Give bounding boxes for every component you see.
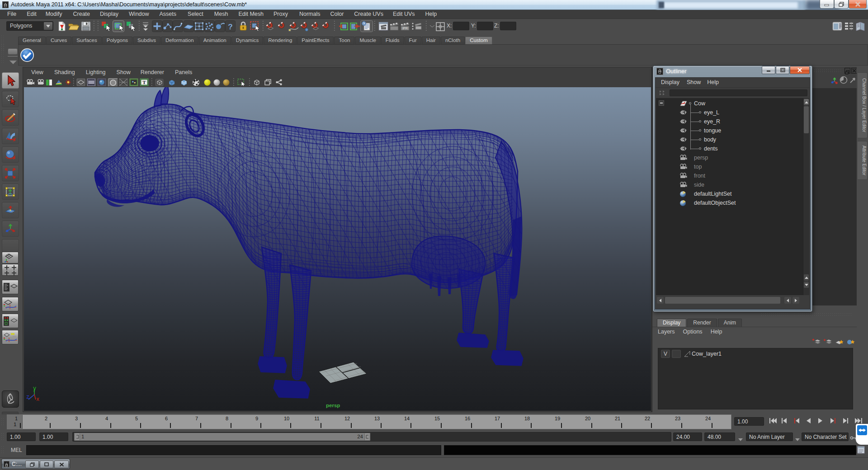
svg-text:x: x	[36, 396, 39, 403]
svg-text:?: ?	[228, 23, 233, 31]
svg-text:y: y	[33, 385, 36, 392]
svg-text:T: T	[142, 80, 146, 85]
svg-text:z: z	[26, 394, 29, 400]
svg-text:IPR: IPR	[402, 27, 408, 30]
